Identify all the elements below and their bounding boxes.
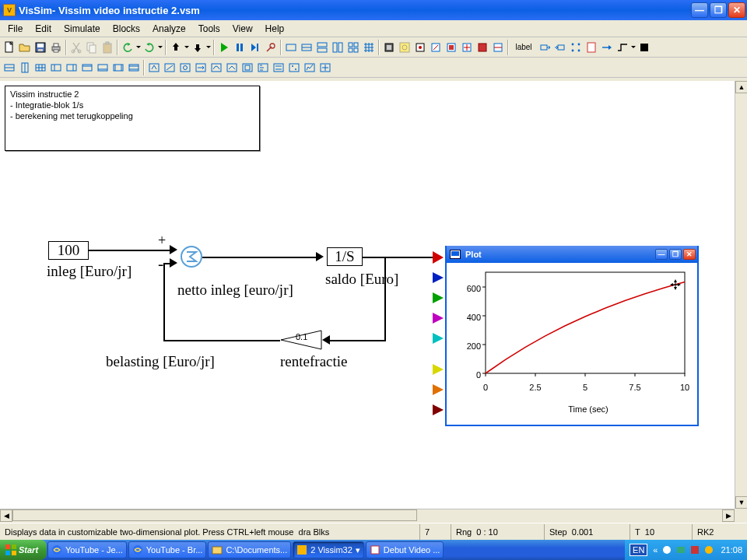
taskbar-item-active[interactable]: 2 Vissim32 ▾	[293, 541, 364, 558]
level-up-button[interactable]	[168, 40, 184, 55]
tb2-btn-1[interactable]	[2, 60, 17, 75]
menu-simulate[interactable]: Simulate	[58, 22, 107, 36]
vertical-scrollbar[interactable]: ▲ ▼	[735, 81, 747, 509]
block-grid-button[interactable]	[361, 40, 377, 55]
taskbar-item[interactable]: C:\Documents...	[208, 541, 291, 558]
chip2-button[interactable]	[397, 40, 412, 55]
system-tray[interactable]: EN « 21:08	[625, 540, 747, 560]
tb2-btn-6[interactable]	[79, 60, 95, 75]
tb2-btn-18[interactable]	[271, 60, 286, 75]
save-button[interactable]	[33, 40, 48, 55]
block-b-button[interactable]	[299, 40, 314, 55]
port-in-button[interactable]	[537, 40, 552, 55]
block-e-button[interactable]	[345, 40, 361, 55]
undo-button[interactable]	[120, 40, 135, 55]
connector-button[interactable]	[599, 40, 615, 55]
step-button[interactable]	[247, 40, 263, 55]
block-c-button[interactable]	[314, 40, 330, 55]
wire-button[interactable]	[615, 40, 630, 55]
tray-icon[interactable]	[675, 544, 686, 555]
taskbar-item[interactable]: Debut Video ...	[366, 541, 444, 558]
horizontal-scrollbar[interactable]: ◀ ▶	[0, 509, 735, 521]
summing-junction[interactable]	[181, 246, 202, 268]
tb2-btn-10[interactable]	[146, 60, 162, 75]
tb2-btn-16[interactable]	[240, 60, 255, 75]
tb2-btn-4[interactable]	[48, 60, 64, 75]
chip3-button[interactable]	[412, 40, 428, 55]
plot-port-3[interactable]	[433, 292, 444, 303]
menu-tools[interactable]: Tools	[192, 22, 226, 36]
plot-port-8[interactable]	[433, 404, 444, 415]
menu-help[interactable]: Help	[259, 22, 291, 36]
tb2-btn-3[interactable]	[33, 60, 48, 75]
close-button[interactable]: ✕	[728, 2, 745, 18]
tray-icon[interactable]	[703, 544, 714, 555]
copy-button[interactable]	[84, 40, 100, 55]
block-a-button[interactable]	[283, 40, 299, 55]
tb2-btn-7[interactable]	[95, 60, 110, 75]
taskbar-item[interactable]: YouTube - Je...	[47, 541, 127, 558]
redo-dropdown[interactable]	[157, 40, 163, 55]
redo-button[interactable]	[142, 40, 157, 55]
menu-blocks[interactable]: Blocks	[107, 22, 146, 36]
plot-port-4[interactable]	[433, 313, 444, 324]
tb2-btn-2[interactable]	[17, 60, 33, 75]
chip4-button[interactable]	[428, 40, 444, 55]
chip1-button[interactable]	[381, 40, 397, 55]
tb2-btn-20[interactable]	[302, 60, 317, 75]
minimize-button[interactable]: —	[691, 2, 708, 18]
constant-block[interactable]: 100	[48, 241, 89, 260]
scroll-left-button[interactable]: ◀	[0, 509, 12, 522]
tb2-btn-11[interactable]	[162, 60, 177, 75]
scroll-down-button[interactable]: ▼	[735, 496, 747, 509]
tb2-btn-8[interactable]	[110, 60, 126, 75]
pause-button[interactable]	[232, 40, 247, 55]
plot-maximize-button[interactable]: ❐	[669, 249, 682, 260]
tray-lang[interactable]: EN	[630, 544, 647, 556]
note-box[interactable]: Vissim instructie 2 - Integratie-blok 1/…	[5, 86, 260, 151]
port-grid-button[interactable]	[568, 40, 584, 55]
tb2-btn-5[interactable]	[64, 60, 79, 75]
tb2-btn-19[interactable]	[286, 60, 302, 75]
gain-block[interactable]: 0.1	[280, 330, 322, 350]
print-button[interactable]	[48, 40, 64, 55]
menu-analyze[interactable]: Analyze	[146, 22, 192, 36]
plot-port-7[interactable]	[433, 384, 444, 395]
wire-dropdown[interactable]	[630, 40, 637, 55]
tray-clock[interactable]: 21:08	[721, 545, 742, 555]
chip5-button[interactable]	[444, 40, 459, 55]
tb2-btn-13[interactable]	[193, 60, 209, 75]
scroll-right-button[interactable]: ▶	[722, 509, 735, 522]
scroll-thumb[interactable]	[12, 509, 417, 521]
paste-button[interactable]	[100, 40, 115, 55]
block-d-button[interactable]	[330, 40, 345, 55]
tb2-btn-12[interactable]	[177, 60, 193, 75]
sheet-button[interactable]	[584, 40, 599, 55]
plot-body[interactable]: 0 200 400 600 0 2.5 5 7.5 10 Time (sec)	[447, 263, 697, 425]
plot-port-6[interactable]	[433, 364, 444, 375]
level-down-dropdown[interactable]	[205, 40, 212, 55]
menu-view[interactable]: View	[226, 22, 259, 36]
maximize-button[interactable]: ❐	[710, 2, 727, 18]
plot-port-5[interactable]	[433, 333, 444, 344]
taskbar-item[interactable]: YouTube - Br...	[128, 541, 207, 558]
cut-button[interactable]	[68, 40, 84, 55]
open-button[interactable]	[17, 40, 33, 55]
chip6-button[interactable]	[459, 40, 475, 55]
port-out-button[interactable]	[552, 40, 568, 55]
plot-window[interactable]: Plot — ❐ ✕ 0 200 400 600 0 2.5	[445, 246, 699, 426]
tb2-btn-9[interactable]	[126, 60, 142, 75]
new-button[interactable]	[2, 40, 17, 55]
level-up-dropdown[interactable]	[184, 40, 190, 55]
start-button[interactable]: Start	[0, 540, 47, 560]
level-down-button[interactable]	[190, 40, 205, 55]
tb2-btn-21[interactable]	[317, 60, 333, 75]
label-button[interactable]: label	[510, 40, 537, 55]
menu-edit[interactable]: Edit	[29, 22, 58, 36]
tb2-btn-15[interactable]	[224, 60, 240, 75]
run-button[interactable]	[216, 40, 232, 55]
plot-port-2[interactable]	[433, 272, 444, 283]
integrator-block[interactable]: 1/S	[327, 247, 363, 266]
probe-button[interactable]	[263, 40, 279, 55]
plot-minimize-button[interactable]: —	[655, 249, 668, 260]
